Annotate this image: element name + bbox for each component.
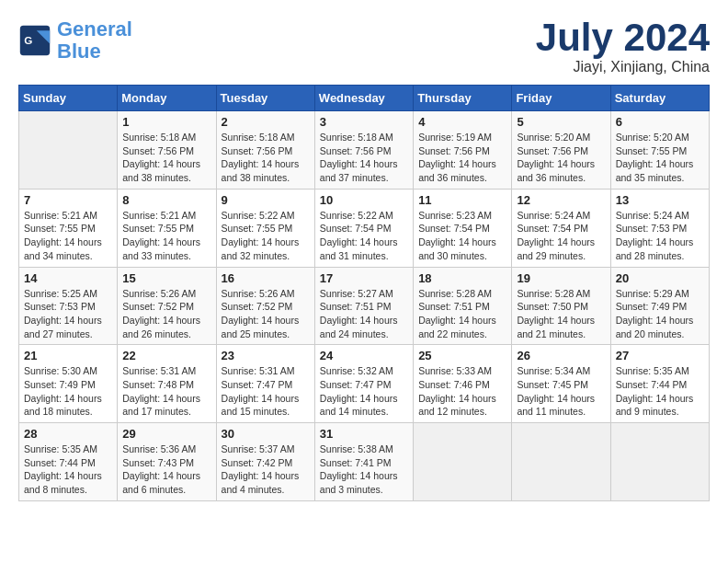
calendar-cell: 30Sunrise: 5:37 AM Sunset: 7:42 PM Dayli…: [216, 423, 314, 501]
calendar-cell: 10Sunrise: 5:22 AM Sunset: 7:54 PM Dayli…: [314, 189, 413, 267]
day-info: Sunrise: 5:18 AM Sunset: 7:56 PM Dayligh…: [222, 131, 310, 185]
day-info: Sunrise: 5:24 AM Sunset: 7:54 PM Dayligh…: [517, 209, 605, 263]
calendar-week-row: 1Sunrise: 5:18 AM Sunset: 7:56 PM Daylig…: [19, 111, 710, 190]
calendar-header: SundayMondayTuesdayWednesdayThursdayFrid…: [19, 86, 710, 111]
weekday-header: Saturday: [610, 86, 709, 111]
day-number: 13: [616, 193, 704, 207]
day-info: Sunrise: 5:22 AM Sunset: 7:54 PM Dayligh…: [320, 209, 408, 263]
day-info: Sunrise: 5:19 AM Sunset: 7:56 PM Dayligh…: [418, 131, 506, 185]
logo-text: General Blue: [57, 18, 132, 63]
calendar-cell: 7Sunrise: 5:21 AM Sunset: 7:55 PM Daylig…: [19, 189, 118, 267]
day-info: Sunrise: 5:33 AM Sunset: 7:46 PM Dayligh…: [418, 364, 506, 419]
calendar-cell: 2Sunrise: 5:18 AM Sunset: 7:56 PM Daylig…: [216, 111, 314, 190]
logo: G General Blue: [18, 18, 132, 63]
day-info: Sunrise: 5:18 AM Sunset: 7:56 PM Dayligh…: [320, 131, 408, 185]
day-number: 24: [320, 349, 408, 362]
day-number: 21: [24, 349, 112, 362]
day-info: Sunrise: 5:27 AM Sunset: 7:51 PM Dayligh…: [320, 287, 408, 341]
day-info: Sunrise: 5:38 AM Sunset: 7:41 PM Dayligh…: [320, 442, 408, 497]
calendar-cell: 3Sunrise: 5:18 AM Sunset: 7:56 PM Daylig…: [314, 111, 413, 190]
day-info: Sunrise: 5:28 AM Sunset: 7:50 PM Dayligh…: [517, 287, 605, 341]
calendar-body: 1Sunrise: 5:18 AM Sunset: 7:56 PM Daylig…: [19, 111, 710, 501]
calendar-week-row: 21Sunrise: 5:30 AM Sunset: 7:49 PM Dayli…: [19, 345, 710, 423]
day-number: 11: [418, 193, 506, 207]
day-info: Sunrise: 5:22 AM Sunset: 7:55 PM Dayligh…: [222, 209, 310, 263]
day-info: Sunrise: 5:35 AM Sunset: 7:44 PM Dayligh…: [24, 442, 112, 497]
calendar-cell: 8Sunrise: 5:21 AM Sunset: 7:55 PM Daylig…: [118, 189, 216, 267]
day-info: Sunrise: 5:20 AM Sunset: 7:55 PM Dayligh…: [616, 131, 704, 185]
day-info: Sunrise: 5:31 AM Sunset: 7:47 PM Dayligh…: [222, 364, 310, 419]
calendar-cell: 12Sunrise: 5:24 AM Sunset: 7:54 PM Dayli…: [512, 189, 610, 267]
day-info: Sunrise: 5:37 AM Sunset: 7:42 PM Dayligh…: [222, 442, 310, 497]
day-number: 3: [320, 115, 408, 129]
header-row: SundayMondayTuesdayWednesdayThursdayFrid…: [19, 86, 710, 111]
day-number: 18: [418, 271, 506, 285]
day-info: Sunrise: 5:24 AM Sunset: 7:53 PM Dayligh…: [616, 209, 704, 263]
day-number: 23: [222, 349, 310, 362]
calendar-cell: 18Sunrise: 5:28 AM Sunset: 7:51 PM Dayli…: [414, 267, 512, 345]
day-info: Sunrise: 5:23 AM Sunset: 7:54 PM Dayligh…: [418, 209, 506, 263]
svg-text:G: G: [24, 34, 32, 46]
weekday-header: Monday: [118, 86, 216, 111]
day-number: 1: [122, 115, 210, 129]
weekday-header: Thursday: [414, 86, 512, 111]
day-info: Sunrise: 5:35 AM Sunset: 7:44 PM Dayligh…: [616, 364, 704, 419]
day-info: Sunrise: 5:21 AM Sunset: 7:55 PM Dayligh…: [24, 209, 112, 263]
calendar-cell: [414, 423, 512, 501]
month-title: July 2024: [536, 18, 710, 57]
calendar-cell: 11Sunrise: 5:23 AM Sunset: 7:54 PM Dayli…: [414, 189, 512, 267]
day-number: 22: [122, 349, 210, 362]
day-number: 14: [24, 271, 112, 285]
day-info: Sunrise: 5:34 AM Sunset: 7:45 PM Dayligh…: [517, 364, 605, 419]
day-info: Sunrise: 5:26 AM Sunset: 7:52 PM Dayligh…: [222, 287, 310, 341]
calendar-cell: 13Sunrise: 5:24 AM Sunset: 7:53 PM Dayli…: [610, 189, 709, 267]
calendar-cell: 22Sunrise: 5:31 AM Sunset: 7:48 PM Dayli…: [118, 345, 216, 423]
day-info: Sunrise: 5:29 AM Sunset: 7:49 PM Dayligh…: [616, 287, 704, 341]
page-header: G General Blue July 2024 Jiayi, Xinjiang…: [18, 18, 710, 75]
day-info: Sunrise: 5:32 AM Sunset: 7:47 PM Dayligh…: [320, 364, 408, 419]
day-number: 26: [517, 349, 605, 362]
calendar-cell: 28Sunrise: 5:35 AM Sunset: 7:44 PM Dayli…: [19, 423, 118, 501]
calendar-week-row: 14Sunrise: 5:25 AM Sunset: 7:53 PM Dayli…: [19, 267, 710, 345]
calendar-cell: [610, 423, 709, 501]
logo-blue: Blue: [57, 40, 101, 63]
title-block: July 2024 Jiayi, Xinjiang, China: [536, 18, 710, 75]
calendar-cell: 29Sunrise: 5:36 AM Sunset: 7:43 PM Dayli…: [118, 423, 216, 501]
day-number: 30: [222, 427, 310, 441]
day-number: 7: [24, 193, 112, 207]
calendar-cell: 21Sunrise: 5:30 AM Sunset: 7:49 PM Dayli…: [19, 345, 118, 423]
day-number: 31: [320, 427, 408, 441]
calendar-cell: 15Sunrise: 5:26 AM Sunset: 7:52 PM Dayli…: [118, 267, 216, 345]
calendar-cell: 14Sunrise: 5:25 AM Sunset: 7:53 PM Dayli…: [19, 267, 118, 345]
day-info: Sunrise: 5:25 AM Sunset: 7:53 PM Dayligh…: [24, 287, 112, 341]
day-info: Sunrise: 5:18 AM Sunset: 7:56 PM Dayligh…: [122, 131, 210, 185]
calendar-week-row: 28Sunrise: 5:35 AM Sunset: 7:44 PM Dayli…: [19, 423, 710, 501]
day-info: Sunrise: 5:28 AM Sunset: 7:51 PM Dayligh…: [418, 287, 506, 341]
weekday-header: Wednesday: [314, 86, 413, 111]
calendar-cell: 20Sunrise: 5:29 AM Sunset: 7:49 PM Dayli…: [610, 267, 709, 345]
day-number: 5: [517, 115, 605, 129]
calendar-cell: 1Sunrise: 5:18 AM Sunset: 7:56 PM Daylig…: [118, 111, 216, 190]
day-info: Sunrise: 5:20 AM Sunset: 7:56 PM Dayligh…: [517, 131, 605, 185]
calendar-cell: 27Sunrise: 5:35 AM Sunset: 7:44 PM Dayli…: [610, 345, 709, 423]
day-info: Sunrise: 5:21 AM Sunset: 7:55 PM Dayligh…: [122, 209, 210, 263]
calendar-cell: 9Sunrise: 5:22 AM Sunset: 7:55 PM Daylig…: [216, 189, 314, 267]
day-number: 28: [24, 427, 112, 441]
calendar-cell: 26Sunrise: 5:34 AM Sunset: 7:45 PM Dayli…: [512, 345, 610, 423]
calendar-cell: [19, 111, 118, 190]
logo-general: General: [57, 17, 132, 40]
day-number: 8: [122, 193, 210, 207]
day-number: 29: [122, 427, 210, 441]
calendar-cell: [512, 423, 610, 501]
calendar-cell: 25Sunrise: 5:33 AM Sunset: 7:46 PM Dayli…: [414, 345, 512, 423]
calendar-cell: 16Sunrise: 5:26 AM Sunset: 7:52 PM Dayli…: [216, 267, 314, 345]
day-info: Sunrise: 5:30 AM Sunset: 7:49 PM Dayligh…: [24, 364, 112, 419]
day-number: 17: [320, 271, 408, 285]
day-number: 12: [517, 193, 605, 207]
calendar-cell: 6Sunrise: 5:20 AM Sunset: 7:55 PM Daylig…: [610, 111, 709, 190]
calendar-cell: 4Sunrise: 5:19 AM Sunset: 7:56 PM Daylig…: [414, 111, 512, 190]
day-info: Sunrise: 5:36 AM Sunset: 7:43 PM Dayligh…: [122, 442, 210, 497]
day-number: 20: [616, 271, 704, 285]
day-number: 16: [222, 271, 310, 285]
calendar-week-row: 7Sunrise: 5:21 AM Sunset: 7:55 PM Daylig…: [19, 189, 710, 267]
